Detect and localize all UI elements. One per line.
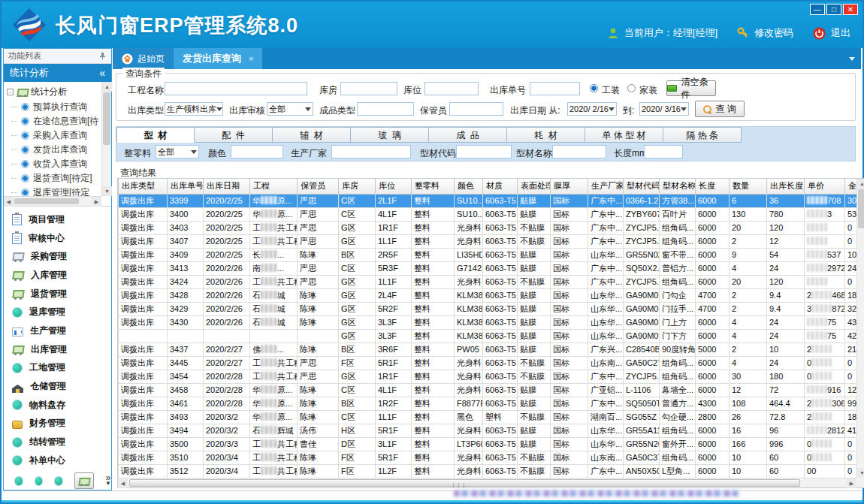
sidebar-module-项目管理[interactable]: 项目管理 [4, 210, 111, 229]
column-header[interactable]: 出库长度 [767, 179, 805, 194]
material-tab[interactable]: 单 体 型 材 [585, 127, 663, 143]
scroll-left-icon[interactable]: ◀ [4, 197, 14, 207]
radio-jiazhuang[interactable] [627, 84, 636, 92]
search-button[interactable]: 查 询 [695, 101, 745, 117]
material-tab[interactable]: 辅 材 [273, 127, 351, 143]
expander-icon[interactable]: - [7, 89, 14, 95]
table-row[interactable]: G区3L3F整料KLM38176063-T5贴膜国标山东华...GA90M09.… [119, 329, 857, 343]
table-row[interactable]: 调拨出库34452020/2/27工共工程严思F区5R1F整料光身料6063-T… [119, 356, 857, 370]
table-row[interactable]: 调拨出库34092020/2/25长...陈琳B区2R5F整料LI35HD606… [119, 248, 857, 261]
column-header[interactable]: 表面处理 [518, 179, 551, 194]
sidebar-module-结转管理[interactable]: 结转管理 [4, 433, 111, 451]
material-tab[interactable]: 成 品 [429, 127, 507, 143]
column-header[interactable]: 出库类型 [119, 179, 168, 194]
minimize-button[interactable]: — [810, 4, 825, 15]
scroll-right-icon[interactable]: ▶ [847, 478, 856, 488]
table-row[interactable]: 调拨出库34242020/2/26工共工程严思G区1L1F整料光身料6063-T… [119, 275, 857, 288]
table-row[interactable]: 调拨出库34072020/2/25工共工程严思G区1L1F整料光身料6063-T… [119, 234, 857, 248]
sidebar-module-采购管理[interactable]: 采购管理 [4, 247, 111, 266]
column-header[interactable]: 金 [845, 179, 857, 194]
table-row[interactable]: 调拨出库34032020/2/25工共工程严思G区1R1F整料光身料6063-T… [119, 221, 857, 234]
change-password-link[interactable]: 修改密码 [754, 26, 793, 40]
table-row[interactable]: 调拨出库34002020/2/25华原...严思C区4L1F整料SU10...6… [119, 207, 857, 221]
keeper-input[interactable] [449, 102, 503, 116]
tree-item[interactable]: 预算执行查询 [20, 100, 101, 114]
radio-gongzhuang[interactable] [590, 84, 598, 92]
maximize-button[interactable]: □ [826, 4, 841, 15]
module-dot-icon[interactable] [35, 476, 44, 486]
column-header[interactable]: 生产厂家 [588, 179, 624, 194]
module-cart-button[interactable] [74, 472, 94, 489]
column-header[interactable]: 库房 [339, 179, 376, 194]
table-row[interactable]: 调拨出库34282020/2/26石城陈琳G区2L4F整料KLM38176063… [119, 288, 857, 302]
tab-home[interactable]: 起始页 [113, 48, 174, 69]
table-row[interactable]: 调拨出库34582020/2/28华原...陈琳C区4L1F整料光身料6063-… [119, 383, 857, 397]
table-row[interactable]: 调拨出库34942020/3/2石辉城汤伟H区5R1F整料光身料6063-T5贴… [119, 424, 857, 437]
table-row[interactable]: 调拨出库34542020/2/28工共工程严思G区1R1F整料光身料6063-T… [119, 370, 857, 383]
collapse-icon[interactable]: « [99, 67, 105, 79]
sidebar-module-退库管理[interactable]: 退库管理 [4, 303, 111, 321]
grid-vertical-scrollbar[interactable]: ▲ ▼ [856, 179, 864, 478]
column-header[interactable]: 长度 [696, 179, 730, 194]
scroll-up-icon[interactable]: ▲ [857, 179, 864, 189]
column-header[interactable]: 保管员 [298, 179, 339, 194]
module-dot-icon[interactable] [14, 476, 23, 486]
sidebar-module-审核中心[interactable]: 审核中心 [4, 229, 111, 248]
table-row[interactable]: 调拨出库34132020/2/26南...严思C区5R3F整料G71422606… [119, 261, 857, 275]
module-dot-icon[interactable] [54, 476, 63, 486]
sidebar-module-仓储管理[interactable]: 仓储管理 [4, 377, 111, 396]
table-row[interactable]: 调拨出库35122020/3/4工共工程陈琳F区1L2F整料光身料6063-T5… [119, 464, 857, 478]
sidebar-section-header[interactable]: 统计分析 « [4, 64, 111, 82]
column-header[interactable]: 单价 [805, 179, 845, 194]
table-row[interactable]: 调拨出库35102020/3/4工共工程陈琳F区5R1F整料光身料6063-T5… [119, 451, 857, 464]
column-header[interactable]: 工程 [250, 179, 298, 194]
tree-vertical-scrollbar[interactable]: ▲ ▼ [101, 82, 111, 196]
column-header[interactable]: 型材名称 [660, 179, 696, 194]
tree-item[interactable]: 发货出库查询 [20, 143, 101, 157]
clear-conditions-button[interactable]: 清空条件 [666, 80, 716, 96]
tree-root[interactable]: - 统计分析 [7, 84, 101, 100]
table-row[interactable]: 调拨出库34302020/2/26石城陈琳G区3L3F整料KLM38176063… [119, 315, 857, 329]
table-row[interactable]: 调拨出库35002020/3/3工共工程曹佳D区3L1F整料LT3P606063… [119, 437, 857, 451]
table-row[interactable]: 调拨出库34292020/2/26石城陈琳G区5R2F整料KLM38176063… [119, 302, 857, 315]
color-input[interactable] [231, 145, 283, 158]
logout-link[interactable]: 退出 [831, 26, 850, 40]
product-type-input[interactable] [357, 102, 414, 116]
tab-list-caret-icon[interactable] [849, 57, 855, 61]
sidebar-module-退货管理[interactable]: 退货管理 [4, 285, 111, 303]
more-modules-button[interactable]: »▼ [105, 475, 111, 487]
tree-item[interactable]: 在途信息查询[待 [20, 114, 101, 128]
tree-item[interactable]: 退库管理[待定 [20, 186, 101, 196]
date-to-select[interactable]: 2020/ 3/16 [639, 102, 689, 116]
table-row[interactable]: 调拨出库33992020/2/25华原...严思C区2L1F整料SU10...6… [119, 194, 857, 207]
warehouse-input[interactable] [340, 82, 397, 95]
location-input[interactable] [424, 82, 479, 95]
column-header[interactable]: 材质 [483, 179, 518, 194]
profile-code-input[interactable] [456, 145, 512, 158]
tab-shipping-outbound-query[interactable]: 发货出库查询 × [174, 48, 262, 69]
column-header[interactable]: 膜厚 [551, 179, 588, 194]
sidebar-module-物料盘存[interactable]: 物料盘存 [4, 396, 111, 415]
order-no-input[interactable] [530, 82, 580, 95]
scroll-right-icon[interactable]: ▶ [92, 197, 101, 207]
close-button[interactable]: ✕ [843, 4, 858, 15]
table-row[interactable]: 调拨出库34612020/2/28华原...陈琳B区1R2F整料F8877FT6… [119, 397, 857, 410]
tree-item[interactable]: 采购入库查询 [20, 128, 101, 143]
sidebar-module-补单中心[interactable]: 补单中心 [4, 451, 111, 470]
length-input[interactable] [644, 145, 683, 158]
column-header[interactable]: 颜色 [455, 179, 483, 194]
manufacturer-input[interactable] [331, 145, 411, 158]
whole-part-select[interactable]: 全部 [156, 145, 199, 158]
table-row[interactable]: 调拨出库34932020/3/2华原...陈琳C区1L1F整料黑色塑料不贴膜国标… [119, 410, 857, 424]
tab-close-icon[interactable]: × [249, 54, 253, 63]
date-from-select[interactable]: 2020/ 2/16 [567, 102, 617, 116]
scroll-left-icon[interactable]: ◀ [118, 478, 128, 488]
column-header[interactable]: 库位 [376, 179, 412, 194]
pin-icon[interactable] [98, 52, 107, 60]
sidebar-module-出库管理[interactable]: 出库管理 [4, 340, 111, 359]
sidebar-module-入库管理[interactable]: 入库管理 [4, 266, 111, 285]
material-tab[interactable]: 型 材 [116, 127, 195, 143]
tree-horizontal-scrollbar[interactable]: ◀ ▶ [4, 196, 101, 206]
scroll-up-icon[interactable]: ▲ [102, 82, 112, 92]
column-header[interactable]: 整零料 [412, 179, 455, 194]
